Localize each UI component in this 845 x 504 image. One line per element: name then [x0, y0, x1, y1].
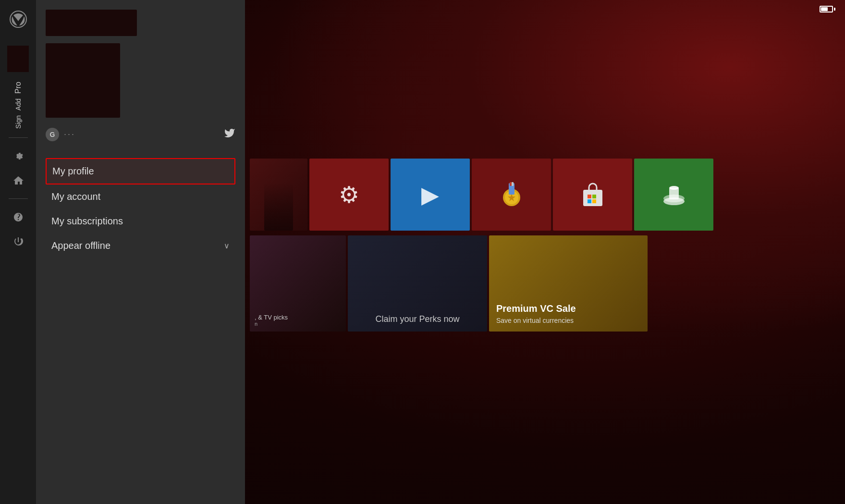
- svg-rect-5: [510, 182, 512, 186]
- menu-item-my-profile-label: My profile: [52, 166, 94, 177]
- power-icon[interactable]: [9, 232, 28, 251]
- settings-tile[interactable]: ⚙: [309, 159, 389, 231]
- settings-tile-icon: ⚙: [339, 181, 359, 208]
- menu-item-appear-offline[interactable]: Appear offline ∨: [46, 234, 235, 258]
- dragon-tile[interactable]: Claim your Perks now: [348, 235, 487, 332]
- profile-banner: [46, 10, 137, 36]
- movies-tile-label: , & TV picks: [255, 314, 288, 321]
- svg-rect-6: [512, 182, 514, 186]
- svg-rect-10: [588, 199, 591, 203]
- green-tile[interactable]: [634, 159, 713, 231]
- svg-rect-9: [592, 195, 596, 198]
- green-tile-icon: [660, 180, 688, 209]
- dropdown-panel: G ··· My profile My account My subscript…: [36, 0, 245, 504]
- vc-sale-tile[interactable]: Premium VC Sale Save on virtual currenci…: [489, 235, 648, 332]
- sidebar: Pro Add Sign: [0, 0, 36, 504]
- achievements-tile[interactable]: [472, 159, 551, 231]
- medal-icon: [496, 179, 527, 210]
- menu-item-appear-offline-label: Appear offline: [51, 240, 110, 251]
- sidebar-divider: [9, 137, 28, 138]
- sidebar-add-label: Add: [14, 98, 22, 111]
- chevron-down-icon: ∨: [224, 241, 230, 250]
- main-content: ⚙ ▶: [245, 0, 845, 504]
- svg-rect-8: [588, 195, 591, 198]
- help-icon[interactable]: [9, 208, 28, 227]
- bottom-tiles-area: , & TV picks n Claim your Perks now Prem…: [245, 235, 845, 332]
- sidebar-avatar: [7, 46, 29, 72]
- menu-items-container: My profile My account My subscriptions A…: [36, 158, 245, 504]
- menu-item-my-account-label: My account: [51, 191, 100, 202]
- menu-item-my-subscriptions-label: My subscriptions: [51, 216, 123, 227]
- top-bar: [820, 6, 835, 12]
- movies-tile-content: , & TV picks n: [250, 309, 293, 332]
- store-tile[interactable]: [553, 159, 632, 231]
- menu-item-my-subscriptions[interactable]: My subscriptions: [46, 209, 235, 234]
- profile-card: [46, 43, 235, 118]
- vc-tile-subtitle: Save on virtual currencies: [496, 317, 640, 324]
- battery-body: [820, 6, 833, 12]
- menu-item-my-account[interactable]: My account: [46, 184, 235, 209]
- tiles-area: ⚙ ▶: [245, 159, 845, 231]
- battery-fill: [821, 7, 828, 11]
- settings-icon[interactable]: [9, 147, 28, 166]
- sidebar-divider-2: [9, 198, 28, 199]
- vc-tile-title: Premium VC Sale: [496, 303, 640, 314]
- svg-point-15: [669, 186, 679, 190]
- movies-tile-sublabel: n: [255, 321, 288, 327]
- menu-item-my-profile[interactable]: My profile: [46, 158, 235, 184]
- profile-social-row: G ···: [46, 125, 235, 144]
- battery-tip: [834, 8, 835, 11]
- dragon-tile-text: Claim your Perks now: [375, 314, 459, 324]
- panel-header: G ···: [36, 0, 245, 158]
- xbox-logo-icon[interactable]: [9, 10, 28, 29]
- movies-tile[interactable]: , & TV picks n: [250, 235, 346, 332]
- video-tile[interactable]: ▶: [391, 159, 470, 231]
- sidebar-sign-label: Sign: [14, 115, 22, 129]
- social-dots: ···: [64, 129, 75, 139]
- store-tile-icon: [578, 180, 607, 209]
- battery-indicator: [820, 6, 835, 12]
- twitter-icon[interactable]: [224, 127, 235, 141]
- sidebar-pro-label: Pro: [14, 82, 23, 94]
- tile-partial[interactable]: [250, 159, 307, 231]
- profile-avatar: [46, 43, 120, 118]
- svg-rect-11: [592, 199, 596, 203]
- home-icon[interactable]: [9, 171, 28, 190]
- video-tile-icon: ▶: [421, 181, 439, 208]
- gamerscore-icon: G: [46, 128, 59, 141]
